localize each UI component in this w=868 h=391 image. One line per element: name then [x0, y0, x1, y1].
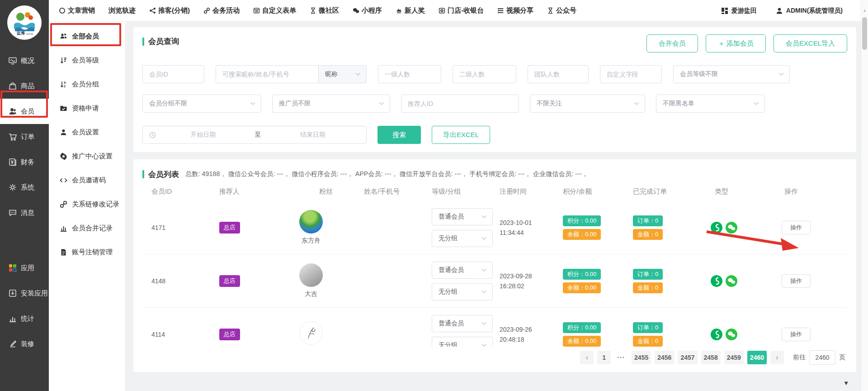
nav-distribution[interactable]: 推客(分销): [149, 6, 190, 15]
custom-field-input[interactable]: [600, 65, 662, 83]
start-date-placeholder: 开始日期: [156, 131, 250, 139]
channels-icon: [710, 221, 723, 234]
submenu-qualification-apply[interactable]: 资格申请: [49, 96, 125, 120]
nav-custom-form[interactable]: 自定义表单: [253, 6, 296, 15]
avatar[interactable]: [299, 263, 323, 287]
member-level-select[interactable]: 会员等级不限: [673, 65, 790, 83]
search-input[interactable]: [216, 65, 319, 83]
nav-video-share[interactable]: 视频分享: [497, 6, 533, 15]
page-button[interactable]: 2457: [678, 351, 697, 364]
sidebar-item-orders[interactable]: 订单: [0, 124, 49, 149]
nav-article-marketing[interactable]: 文章营销: [59, 6, 95, 15]
submenu-relation-chain-log[interactable]: 关系链修改记录: [49, 192, 125, 216]
sidebar-item-stats[interactable]: 统计: [0, 306, 49, 331]
balance-badge: 余额：0.00: [563, 282, 601, 293]
submenu-member-settings[interactable]: 会员设置: [49, 120, 125, 144]
follow-filter-select[interactable]: 不限关注: [530, 95, 645, 113]
chevron-down-icon: [379, 102, 384, 105]
search-type-select[interactable]: 昵称: [319, 65, 367, 83]
submenu-merge-log[interactable]: 会员合并记录: [49, 216, 125, 240]
referrer-id-input[interactable]: [401, 95, 519, 113]
clock-icon: [149, 132, 156, 138]
top-nav-right: 爱游盐田 ADMIN(系统管理员): [721, 7, 854, 15]
page-button[interactable]: 2458: [701, 351, 721, 364]
scrollbar-thumb[interactable]: [862, 17, 867, 50]
merge-members-button[interactable]: 合并会员: [646, 34, 698, 52]
member-group-select[interactable]: 会员分组不限: [142, 95, 261, 113]
sidebar-item-label: 装修: [21, 340, 34, 348]
level-select[interactable]: 普通会员: [432, 315, 493, 332]
channels-icon: [710, 328, 723, 341]
sidebar-item-label: 应用: [21, 264, 34, 272]
pages-ellipsis[interactable]: ···: [614, 351, 628, 364]
orders-badge: 订单：0: [633, 269, 663, 280]
sidebar-item-install-apps[interactable]: 安装应用: [0, 281, 49, 306]
cart-icon: [8, 132, 17, 141]
sidebar-item-goods[interactable]: 商品: [0, 73, 49, 99]
level-select[interactable]: 普通会员: [432, 208, 493, 225]
level2-count-input[interactable]: [453, 65, 516, 83]
next-page-button[interactable]: ›: [770, 351, 784, 364]
group-select[interactable]: 无分组: [432, 337, 493, 347]
page-button[interactable]: 1: [597, 351, 611, 364]
scrollbar-up-arrow[interactable]: ▲: [861, 8, 868, 13]
stats-icon: [8, 314, 17, 323]
row-action-button[interactable]: 操作: [782, 221, 811, 234]
award-icon: [396, 7, 402, 14]
submenu-account-cancellation[interactable]: 账号注销管理: [49, 240, 125, 264]
nav-official-account[interactable]: 公众号: [547, 6, 576, 15]
bar-chart-icon: [60, 224, 67, 232]
sidebar-item-messages[interactable]: 消息: [0, 200, 49, 225]
group-select[interactable]: 无分组: [432, 230, 493, 247]
sidebar-item-system[interactable]: 系统: [0, 175, 49, 200]
promoter-select[interactable]: 推广员不限: [272, 95, 390, 113]
member-id-input[interactable]: [142, 65, 204, 83]
avatar[interactable]: [299, 210, 323, 234]
table-row: 4148 总店 大吉 普通会员 无分组 2023-09-2816: [142, 254, 847, 308]
row-action-button[interactable]: 操作: [782, 328, 811, 341]
blacklist-filter-select[interactable]: 不限黑名单: [656, 95, 765, 113]
sidebar-item-member[interactable]: 会员: [0, 99, 49, 124]
page-button[interactable]: 2456: [655, 351, 674, 364]
window-scrollbar[interactable]: ▲: [861, 0, 868, 391]
nav-mini-program[interactable]: 小程序: [353, 6, 382, 15]
page-button[interactable]: 2455: [632, 351, 651, 364]
member-excel-import-button[interactable]: 会员EXCEL导入: [774, 34, 847, 52]
prev-page-button[interactable]: ‹: [580, 351, 594, 364]
member-list-card: 会员列表 总数: 49188， 微信公众号会员: ---， 微信小程序会员: -…: [133, 159, 856, 372]
submenu-all-members[interactable]: 全部会员: [49, 24, 125, 48]
goto-page-input[interactable]: [809, 350, 835, 365]
scroll-down-icon[interactable]: ▼: [843, 380, 849, 386]
submenu-member-level[interactable]: 会员等级: [49, 48, 125, 72]
sidebar-item-decorate[interactable]: 装修: [0, 331, 49, 357]
workspace-switcher[interactable]: 爱游盐田: [721, 7, 757, 15]
submenu-invite-code[interactable]: 会员邀请码: [49, 168, 125, 192]
level1-count-input[interactable]: [378, 65, 441, 83]
group-select[interactable]: 无分组: [432, 283, 493, 300]
level-select[interactable]: 普通会员: [432, 262, 493, 279]
sidebar-item-overview[interactable]: 概况: [0, 48, 49, 73]
nav-store-cashier[interactable]: 门店-收银台: [439, 6, 484, 15]
search-button[interactable]: 搜索: [377, 126, 421, 144]
team-count-input[interactable]: [528, 65, 589, 83]
page-button[interactable]: 2459: [724, 351, 744, 364]
sidebar-item-apps[interactable]: 应用: [0, 255, 49, 281]
decorate-icon: [8, 339, 17, 348]
page-button-active[interactable]: 2460: [747, 351, 767, 364]
nav-browse-track[interactable]: 浏览轨迹: [108, 6, 136, 15]
admin-account[interactable]: ADMIN(系统管理员): [776, 7, 843, 15]
submenu-promotion-center-settings[interactable]: 推广中心设置: [49, 144, 125, 168]
list-stats: 总数: 49188， 微信公众号会员: ---， 微信小程序会员: ---， A…: [185, 170, 588, 178]
date-range-picker[interactable]: 开始日期 至 结束日期: [142, 126, 367, 144]
row-action-button[interactable]: 操作: [782, 274, 811, 288]
person-icon: [60, 129, 67, 136]
logo[interactable]: 盐海 YanHai: [0, 0, 49, 48]
sidebar-item-finance[interactable]: 财务: [0, 149, 49, 175]
submenu-member-group[interactable]: AZ 会员分组: [49, 72, 125, 96]
nav-conference-activity[interactable]: 会务活动: [203, 6, 240, 15]
nav-micro-community[interactable]: 微社区: [310, 6, 339, 15]
nav-newcomer-award[interactable]: 新人奖: [396, 6, 425, 15]
add-member-button[interactable]: ＋ 添加会员: [706, 34, 766, 52]
avatar[interactable]: [299, 321, 323, 345]
export-excel-button[interactable]: 导出EXCEL: [432, 126, 490, 144]
